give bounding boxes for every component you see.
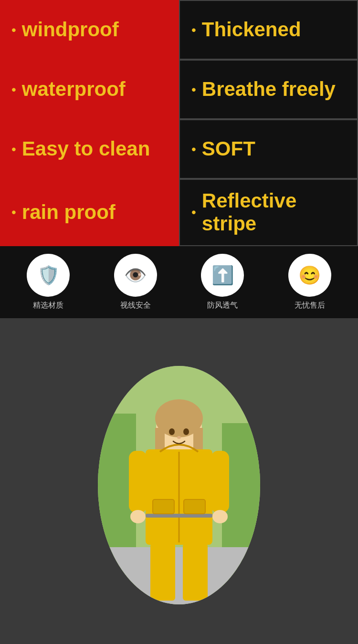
- feature-cell-easy-to-clean: •Easy to clean: [0, 119, 179, 179]
- badge-item-ventilation: ⬆️防风透气: [184, 254, 261, 311]
- badge-item-safety: 👁️视线安全: [97, 254, 174, 311]
- feature-bullet: •: [191, 22, 196, 38]
- feature-cell-windproof: •windproof: [0, 0, 179, 60]
- feature-grid: •windproof•Thickened•waterproof•Breathe …: [0, 0, 358, 246]
- badge-icon-ventilation: ⬆️: [201, 254, 244, 297]
- badge-label-quality: 精选材质: [33, 301, 63, 311]
- feature-bullet: •: [11, 22, 16, 38]
- svg-rect-17: [153, 499, 174, 514]
- badge-item-service: 😊无忧售后: [272, 254, 348, 311]
- svg-rect-12: [211, 451, 229, 513]
- badge-icon-symbol-service: 😊: [298, 265, 321, 286]
- svg-point-14: [212, 510, 228, 523]
- product-illustration: [98, 366, 260, 604]
- badge-label-ventilation: 防风透气: [207, 301, 238, 311]
- feature-label-easy-to-clean: Easy to clean: [22, 137, 150, 160]
- svg-rect-18: [184, 499, 205, 514]
- badge-row: 🛡️精选材质👁️视线安全⬆️防风透气😊无忧售后: [0, 246, 358, 318]
- feature-bullet: •: [11, 205, 16, 220]
- badge-icon-quality: 🛡️: [27, 254, 70, 297]
- svg-rect-3: [98, 547, 260, 604]
- feature-cell-reflective-stripe: •Reflective stripe: [179, 179, 358, 246]
- feature-bullet: •: [191, 142, 196, 157]
- svg-point-20: [183, 428, 189, 435]
- badge-icon-symbol-safety: 👁️: [124, 265, 147, 286]
- feature-label-thickened: Thickened: [202, 18, 301, 41]
- badge-icon-symbol-ventilation: ⬆️: [211, 265, 234, 286]
- svg-point-21: [177, 436, 181, 439]
- feature-bullet: •: [191, 205, 196, 220]
- feature-label-rain-proof: rain proof: [22, 201, 116, 224]
- feature-cell-rain-proof: •rain proof: [0, 179, 179, 246]
- feature-bullet: •: [11, 82, 16, 97]
- badge-item-quality: 🛡️精选材质: [10, 254, 86, 311]
- svg-point-19: [169, 428, 175, 435]
- feature-label-waterproof: waterproof: [22, 78, 126, 101]
- product-photo-frame: [98, 366, 260, 604]
- feature-bullet: •: [11, 142, 16, 157]
- svg-rect-16: [183, 543, 208, 601]
- feature-label-reflective-stripe: Reflective stripe: [202, 189, 346, 236]
- feature-cell-breathe-freely: •Breathe freely: [179, 60, 358, 119]
- badge-label-service: 无忧售后: [295, 301, 325, 311]
- badge-icon-symbol-quality: 🛡️: [37, 265, 60, 286]
- feature-label-breathe-freely: Breathe freely: [202, 78, 336, 101]
- feature-cell-soft: •SOFT: [179, 119, 358, 179]
- svg-rect-10: [146, 514, 212, 518]
- badge-icon-service: 😊: [288, 254, 331, 297]
- badge-icon-safety: 👁️: [114, 254, 157, 297]
- feature-bullet: •: [191, 82, 196, 97]
- feature-cell-thickened: •Thickened: [179, 0, 358, 60]
- svg-rect-11: [129, 451, 147, 513]
- svg-rect-15: [150, 543, 175, 601]
- badge-label-safety: 视线安全: [120, 301, 151, 311]
- svg-point-13: [130, 510, 146, 523]
- photo-section: [0, 318, 358, 644]
- feature-label-soft: SOFT: [202, 137, 255, 160]
- feature-cell-waterproof: •waterproof: [0, 60, 179, 119]
- feature-label-windproof: windproof: [22, 18, 119, 41]
